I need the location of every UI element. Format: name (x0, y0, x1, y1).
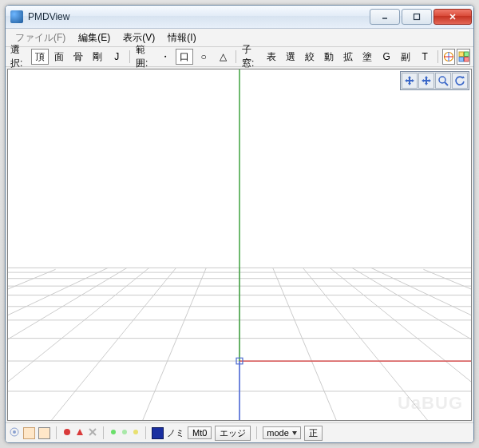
svg-line-30 (371, 268, 471, 420)
subwin-btn-7[interactable]: 副 (397, 49, 414, 65)
select-joint-button[interactable]: J (108, 49, 125, 65)
ortho-button[interactable]: 正 (304, 426, 323, 441)
shade-radial-icon[interactable] (9, 426, 20, 439)
svg-rect-9 (459, 57, 464, 62)
svg-line-21 (143, 268, 206, 420)
svg-rect-10 (464, 57, 469, 62)
svg-point-46 (122, 430, 127, 434)
gizmo-icon-1[interactable] (442, 49, 456, 65)
select-label: 選択: (9, 43, 30, 70)
subwin-label: 子窓: (240, 43, 261, 70)
bottom-toolbar: ノミ Mt0 エッジ mode 正 (6, 422, 473, 442)
svg-line-39 (445, 82, 448, 85)
shade-box-icon[interactable] (38, 427, 50, 439)
nomi-label: ノミ (167, 427, 184, 439)
edge-button[interactable]: エッジ (215, 426, 251, 441)
select-rigid-button[interactable]: 剛 (89, 49, 106, 65)
gizmo-icon-2[interactable] (457, 49, 470, 65)
bottom-sep-4 (256, 426, 257, 439)
toolbar-separator-1 (129, 50, 130, 63)
range-circle-button[interactable]: ○ (195, 49, 212, 65)
mode-label: mode (267, 428, 289, 438)
close-button[interactable] (433, 9, 472, 25)
toolbar-separator-3 (437, 50, 438, 63)
subwin-btn-3[interactable]: 動 (320, 49, 338, 65)
dot-green-1[interactable] (109, 428, 117, 438)
select-bone-button[interactable]: 骨 (69, 49, 87, 65)
svg-point-45 (111, 430, 116, 434)
range-point-button[interactable]: ・ (156, 49, 174, 65)
svg-line-28 (352, 268, 471, 420)
range-tri-button[interactable]: △ (214, 49, 232, 65)
svg-point-42 (64, 429, 70, 435)
app-window: { "title": "PMDView", "menus": ["ファイル(F)… (5, 5, 474, 443)
dot-yellow[interactable] (132, 428, 140, 438)
marker-x-icon[interactable] (88, 427, 97, 438)
bottom-sep-2 (103, 426, 104, 439)
subwin-btn-4[interactable]: 拡 (339, 49, 357, 65)
svg-line-29 (8, 268, 108, 420)
tool-rotate[interactable] (452, 73, 468, 89)
bottom-sep-3 (145, 426, 146, 439)
minimize-icon (381, 13, 389, 21)
title-bar: PMDView (6, 6, 473, 29)
svg-rect-8 (464, 52, 469, 57)
tool-pan[interactable] (418, 73, 434, 89)
window-title: PMDView (28, 11, 69, 22)
chevron-down-icon (292, 431, 297, 435)
subwin-btn-2[interactable]: 絞 (301, 49, 319, 65)
svg-line-22 (273, 268, 336, 420)
rotate-icon (454, 75, 465, 86)
menu-info[interactable]: 情報(I) (161, 30, 202, 46)
marker-triangle-icon[interactable] (75, 427, 85, 438)
grid-icon (458, 51, 469, 62)
app-icon (10, 10, 23, 23)
zoom-icon (437, 75, 449, 86)
svg-point-47 (133, 430, 138, 434)
tool-zoom[interactable] (435, 73, 451, 89)
tool-move[interactable] (402, 73, 418, 89)
svg-rect-7 (459, 52, 464, 57)
axis-circle-icon (443, 51, 454, 62)
maximize-icon (413, 13, 421, 21)
select-face-button[interactable]: 面 (50, 49, 68, 65)
svg-line-27 (8, 268, 127, 420)
subwin-btn-0[interactable]: 表 (263, 49, 280, 65)
mode-dropdown[interactable]: mode (263, 426, 301, 439)
grid-axes-svg (8, 69, 471, 420)
viewport-container: UaBUG (6, 67, 473, 422)
svg-rect-1 (414, 14, 420, 20)
subwin-btn-1[interactable]: 選 (282, 49, 299, 65)
svg-line-25 (8, 268, 149, 420)
marker-circle-icon[interactable] (62, 427, 72, 438)
menu-edit[interactable]: 編集(E) (72, 30, 117, 46)
dot-green-2[interactable] (121, 428, 129, 438)
svg-point-38 (439, 77, 445, 83)
window-buttons (370, 9, 472, 25)
viewport-3d[interactable]: UaBUG (7, 69, 472, 421)
move-icon (404, 75, 415, 86)
select-vertex-button[interactable]: 頂 (31, 49, 49, 65)
maximize-button[interactable] (402, 9, 432, 25)
svg-line-24 (303, 268, 427, 420)
viewport-sidetools (400, 71, 469, 90)
minimize-button[interactable] (370, 9, 400, 25)
pan-icon (421, 75, 432, 86)
range-label: 範囲: (134, 43, 155, 70)
subwin-btn-6[interactable]: G (378, 49, 395, 65)
svg-point-41 (13, 430, 16, 434)
subwin-btn-5[interactable]: 塗 (358, 49, 376, 65)
mt0-button[interactable]: Mt0 (188, 426, 212, 439)
bottom-sep-1 (56, 426, 57, 439)
svg-line-23 (52, 268, 176, 420)
svg-line-26 (330, 268, 471, 420)
top-toolbar: 選択: 頂 面 骨 剛 J 範囲: ・ 口 ○ △ 子窓: 表 選 絞 動 拡 … (6, 47, 473, 67)
close-icon (449, 13, 457, 21)
shade-flat-icon[interactable] (23, 427, 35, 439)
range-rect-button[interactable]: 口 (176, 49, 193, 65)
toolbar-separator-2 (236, 50, 236, 63)
color-blue-swatch[interactable] (152, 427, 164, 439)
subwin-btn-8[interactable]: T (416, 49, 433, 65)
